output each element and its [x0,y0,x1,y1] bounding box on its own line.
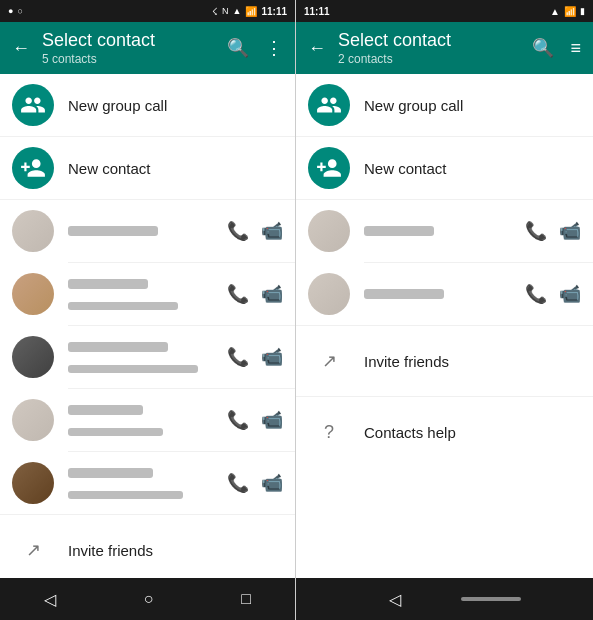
name-blur-a [364,226,434,236]
contact-avatar-4 [12,399,54,441]
call-icon-2[interactable]: 📞 [227,283,249,305]
contact-name-5 [68,464,213,482]
status-bar-right-2: ▲ 📶 ▮ [550,6,585,17]
back-nav-2[interactable]: ◁ [369,584,421,615]
video-icon-5[interactable]: 📹 [261,472,283,494]
invite-label-2: Invite friends [364,353,449,370]
back-button-1[interactable]: ← [12,38,30,59]
call-icon-a[interactable]: 📞 [525,220,547,242]
new-contact-item-2[interactable]: New contact [296,137,593,199]
contact-name-3 [68,338,213,356]
call-icon-b[interactable]: 📞 [525,283,547,305]
contact-list-2: New group call New contact [296,74,593,578]
group-icon-2 [316,92,342,118]
contact-row-3[interactable]: 📞 📹 [0,326,295,388]
contact-avatar-5 [12,462,54,504]
call-icon-3[interactable]: 📞 [227,346,249,368]
home-nav-1[interactable]: ○ [124,584,174,614]
new-group-label-2: New group call [364,97,581,114]
contact-row-b[interactable]: 📞 📹 [296,263,593,325]
contact-sub-3 [68,359,213,377]
invite-friends-2[interactable]: ↗ Invite friends [296,326,593,396]
phone-1: ● ○ ☇ N ▲ 📶 11:11 ← Select contact 5 con… [0,0,296,620]
status-time-2: 11:11 [304,6,330,17]
contact-row-2[interactable]: 📞 📹 [0,263,295,325]
video-icon-b[interactable]: 📹 [559,283,581,305]
new-contact-text-1: New contact [68,160,283,177]
name-blur-3 [68,342,168,352]
wifi-icon-2: 📶 [564,6,576,17]
recent-nav-1[interactable]: □ [221,584,271,614]
new-group-text-2: New group call [364,97,581,114]
status-bar-right: ☇ N ▲ 📶 11:11 [212,6,287,17]
phone-2: 11:11 ▲ 📶 ▮ ← Select contact 2 contacts … [296,0,593,620]
name-blur-5 [68,468,153,478]
contact-avatar-a [308,210,350,252]
header-subtitle-1: 5 contacts [42,52,215,66]
new-group-text-1: New group call [68,97,283,114]
new-group-call-item-1[interactable]: New group call [0,74,295,136]
contact-name-a [364,222,511,240]
back-button-2[interactable]: ← [308,38,326,59]
contacts-help-2[interactable]: ? Contacts help [296,397,593,467]
share-icon-1: ↗ [12,529,54,571]
share-icon-2: ↗ [308,340,350,382]
call-icon-4[interactable]: 📞 [227,409,249,431]
contact-actions-2: 📞 📹 [227,283,283,305]
help-label-2: Contacts help [364,424,456,441]
menu-icon-2[interactable]: ≡ [570,38,581,59]
contact-row-1[interactable]: 📞 📹 [0,200,295,262]
header-title-2: Select contact [338,30,520,52]
new-group-avatar-2 [308,84,350,126]
add-contact-icon-1 [20,155,46,181]
signal-icon-2: ▲ [550,6,560,17]
video-icon-4[interactable]: 📹 [261,409,283,431]
contact-row-4[interactable]: 📞 📹 [0,389,295,451]
new-group-call-item-2[interactable]: New group call [296,74,593,136]
invite-friends-1[interactable]: ↗ Invite friends [0,515,295,578]
video-icon-2[interactable]: 📹 [261,283,283,305]
app-header-2: ← Select contact 2 contacts 🔍 ≡ [296,22,593,74]
contact-actions-4: 📞 📹 [227,409,283,431]
share-glyph-2: ↗ [322,350,337,372]
add-contact-icon-2 [316,155,342,181]
contact-actions-3: 📞 📹 [227,346,283,368]
contact-sub-5 [68,485,213,503]
search-icon-2[interactable]: 🔍 [532,37,554,59]
new-group-avatar-1 [12,84,54,126]
menu-icon-1[interactable]: ⋮ [265,37,283,59]
contact-row-a[interactable]: 📞 📹 [296,200,593,262]
signal-icon: ▲ [233,6,242,16]
contact-sub-2 [68,296,213,314]
sub-blur-2 [68,302,178,310]
group-icon-1 [20,92,46,118]
contact-actions-a: 📞 📹 [525,220,581,242]
home-indicator-2 [461,597,521,601]
status-bar-2: 11:11 ▲ 📶 ▮ [296,0,593,22]
new-contact-text-2: New contact [364,160,581,177]
nav-bar-1: ◁ ○ □ [0,578,295,620]
contact-row-5[interactable]: 📞 📹 [0,452,295,514]
name-blur-2 [68,279,148,289]
name-blur-b [364,289,444,299]
name-blur-4 [68,405,143,415]
back-nav-1[interactable]: ◁ [24,584,76,615]
contact-name-b [364,285,511,303]
new-contact-item-1[interactable]: New contact [0,137,295,199]
contact-actions-b: 📞 📹 [525,283,581,305]
sub-blur-3 [68,365,198,373]
contact-actions-5: 📞 📹 [227,472,283,494]
help-glyph-2: ? [324,422,334,443]
call-icon-5[interactable]: 📞 [227,472,249,494]
video-icon-1[interactable]: 📹 [261,220,283,242]
contact-avatar-1 [12,210,54,252]
video-icon-a[interactable]: 📹 [559,220,581,242]
invite-label-1: Invite friends [68,542,153,559]
wifi-icon: 📶 [245,6,257,17]
search-icon-1[interactable]: 🔍 [227,37,249,59]
contact-info-b [364,285,511,303]
nav-bar-2: ◁ [296,578,593,620]
call-icon-1[interactable]: 📞 [227,220,249,242]
video-icon-3[interactable]: 📹 [261,346,283,368]
help-icon-2: ? [308,411,350,453]
